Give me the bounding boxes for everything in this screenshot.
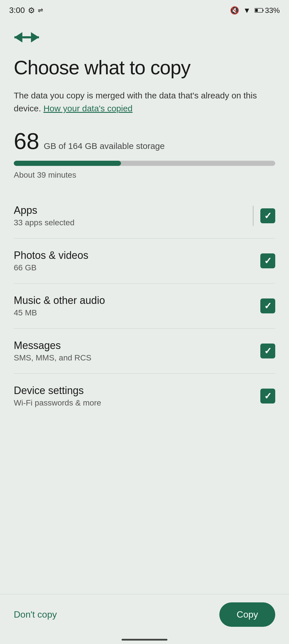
item-right-apps: ✓ <box>253 206 275 226</box>
storage-detail-text: GB of 164 GB available storage <box>44 141 165 151</box>
list-item[interactable]: Apps 33 apps selected ✓ <box>14 193 275 238</box>
item-right-photos: ✓ <box>260 253 275 268</box>
checkbox-music[interactable]: ✓ <box>260 298 275 313</box>
copy-items-list: Apps 33 apps selected ✓ Photos & videos … <box>14 193 275 418</box>
status-right: 🔇 ▼ 33% <box>230 6 280 15</box>
data-copy-link[interactable]: How your data's copied <box>43 104 132 113</box>
item-text-photos: Photos & videos 66 GB <box>14 249 260 272</box>
time-estimate: About 39 minutes <box>14 170 275 180</box>
page-title: Choose what to copy <box>14 56 275 79</box>
item-text-music: Music & other audio 45 MB <box>14 294 260 317</box>
list-item[interactable]: Messages SMS, MMS, and RCS ✓ <box>14 329 275 374</box>
status-bar: 3:00 ⚙ ⇌ 🔇 ▼ 33% <box>0 0 289 18</box>
storage-text: 68 GB of 164 GB available storage <box>14 129 275 154</box>
item-subtitle-messages: SMS, MMS, and RCS <box>14 353 260 362</box>
item-subtitle-music: 45 MB <box>14 308 260 317</box>
item-text-device-settings: Device settings Wi-Fi passwords & more <box>14 385 260 408</box>
description-text: The data you copy is merged with the dat… <box>14 89 275 115</box>
check-icon-apps: ✓ <box>264 210 272 221</box>
item-right-music: ✓ <box>260 298 275 313</box>
list-item[interactable]: Photos & videos 66 GB ✓ <box>14 238 275 284</box>
bottom-bar: Don't copy Copy <box>0 594 289 644</box>
item-text-messages: Messages SMS, MMS, and RCS <box>14 340 260 362</box>
battery-icon <box>255 8 264 13</box>
transfer-icon-large <box>14 30 40 45</box>
item-right-messages: ✓ <box>260 344 275 358</box>
svg-rect-2 <box>255 9 258 12</box>
checkbox-photos[interactable]: ✓ <box>260 253 275 268</box>
check-icon-device-settings: ✓ <box>264 391 272 401</box>
checkbox-messages[interactable]: ✓ <box>260 344 275 358</box>
transfer-arrows-icon[interactable] <box>14 30 40 45</box>
main-content: Choose what to copy The data you copy is… <box>0 18 289 482</box>
transfer-icon-small: ⇌ <box>38 7 43 14</box>
copy-button[interactable]: Copy <box>219 602 275 627</box>
back-icon-container <box>14 30 275 46</box>
gear-icon: ⚙ <box>28 6 35 15</box>
check-icon-messages: ✓ <box>264 346 272 356</box>
item-title-messages: Messages <box>14 340 260 352</box>
progress-bar-container <box>14 161 275 166</box>
svg-rect-1 <box>263 9 263 11</box>
wifi-icon: ▼ <box>243 6 251 15</box>
progress-bar-fill <box>14 161 121 166</box>
item-subtitle-photos: 66 GB <box>14 263 260 272</box>
item-subtitle-device-settings: Wi-Fi passwords & more <box>14 398 260 408</box>
storage-section: 68 GB of 164 GB available storage <box>14 129 275 154</box>
vertical-divider-apps <box>253 206 253 226</box>
storage-used-number: 68 <box>14 128 39 154</box>
status-left: 3:00 ⚙ ⇌ <box>9 6 43 15</box>
item-title-apps: Apps <box>14 204 253 216</box>
item-title-photos: Photos & videos <box>14 249 260 261</box>
checkbox-device-settings[interactable]: ✓ <box>260 389 275 404</box>
time-display: 3:00 <box>9 6 25 15</box>
item-text-apps: Apps 33 apps selected <box>14 204 253 227</box>
check-icon-music: ✓ <box>264 300 272 311</box>
mute-icon: 🔇 <box>230 6 239 15</box>
home-indicator <box>122 639 167 641</box>
item-subtitle-apps: 33 apps selected <box>14 218 253 227</box>
item-title-device-settings: Device settings <box>14 385 260 397</box>
item-right-device-settings: ✓ <box>260 389 275 404</box>
list-item[interactable]: Music & other audio 45 MB ✓ <box>14 284 275 329</box>
list-item[interactable]: Device settings Wi-Fi passwords & more ✓ <box>14 374 275 418</box>
dont-copy-button[interactable]: Don't copy <box>14 605 57 624</box>
checkbox-apps[interactable]: ✓ <box>260 208 275 223</box>
check-icon-photos: ✓ <box>264 255 272 266</box>
battery-display: 33% <box>255 6 280 15</box>
item-title-music: Music & other audio <box>14 294 260 307</box>
